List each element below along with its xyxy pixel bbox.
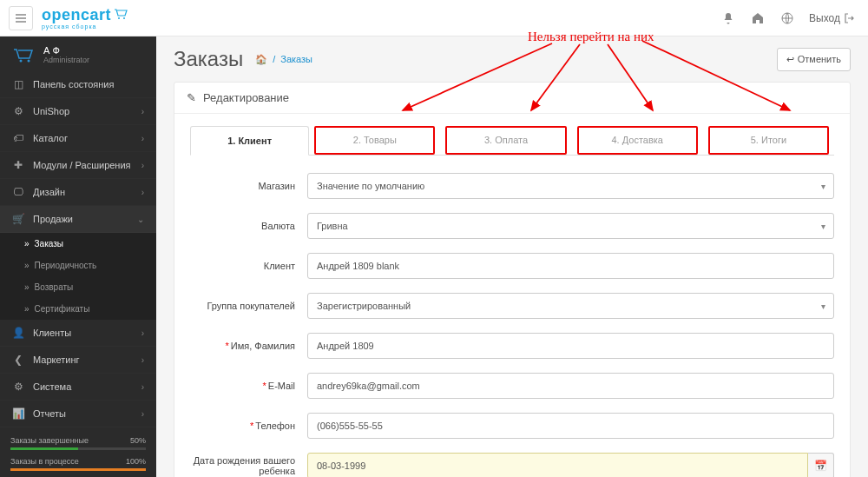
tab-products[interactable]: 2. Товары <box>314 126 435 155</box>
sidebar-item-returns[interactable]: Возвраты <box>0 276 156 298</box>
share-icon: ❮ <box>12 354 24 366</box>
reply-icon: ↩ <box>786 54 794 65</box>
sidebar-item-design[interactable]: 🖵Дизайн› <box>0 179 156 206</box>
svg-point-1 <box>123 17 125 19</box>
stat-processing-bar <box>10 468 146 471</box>
globe-icon[interactable] <box>774 5 800 31</box>
pencil-icon: ✎ <box>187 91 196 104</box>
sidebar-item-dashboard[interactable]: ◫Панель состояния <box>0 71 156 98</box>
group-label: Группа покупателей <box>190 301 307 311</box>
logo: opencart русская сборка <box>42 7 130 30</box>
gear-icon: ⚙ <box>12 105 24 117</box>
group-select[interactable]: Зарегистрированный <box>307 293 834 319</box>
profile-cart-icon <box>12 46 36 63</box>
birth-input[interactable] <box>307 453 808 477</box>
sidebar-item-modules[interactable]: ✚Модули / Расширения› <box>0 152 156 179</box>
currency-label: Валюта <box>190 221 307 231</box>
name-label: *Имя, Фамилия <box>190 341 307 351</box>
tag-icon: 🏷 <box>12 132 24 144</box>
logout-label: Выход <box>809 12 840 24</box>
sidebar-item-unishop[interactable]: ⚙UniShop› <box>0 98 156 125</box>
chevron-right-icon: › <box>141 188 144 197</box>
chevron-right-icon: › <box>141 328 144 338</box>
annotation-text: Нельзя перейти на них <box>528 30 654 44</box>
svg-point-3 <box>20 60 23 63</box>
panel-title: Редактирование <box>203 91 289 104</box>
page-title: Заказы <box>174 47 243 71</box>
stat-processing-label: Заказы в процессе <box>10 457 79 466</box>
cancel-button[interactable]: ↩Отменить <box>777 48 851 71</box>
breadcrumb-home-icon[interactable]: 🏠 <box>255 54 267 65</box>
menu-toggle-button[interactable] <box>9 6 33 30</box>
cart-icon: 🛒 <box>12 213 24 225</box>
logo-subtitle: русская сборка <box>42 23 130 30</box>
store-select[interactable]: Значение по умолчанию <box>307 173 834 199</box>
chevron-right-icon: › <box>141 161 144 170</box>
chevron-right-icon: › <box>141 409 144 419</box>
notifications-icon[interactable] <box>715 5 741 31</box>
chevron-right-icon: › <box>141 134 144 143</box>
sidebar-item-marketing[interactable]: ❮Маркетинг› <box>0 347 156 374</box>
svg-point-0 <box>118 17 120 19</box>
sidebar-item-orders[interactable]: Заказы <box>0 233 156 255</box>
chevron-down-icon: ⌄ <box>137 215 144 224</box>
currency-select[interactable]: Гривна <box>307 213 834 239</box>
name-input[interactable] <box>307 333 834 359</box>
tab-payment[interactable]: 3. Оплата <box>445 126 566 155</box>
svg-point-4 <box>28 60 30 63</box>
logo-text: opencart <box>42 7 130 23</box>
sidebar-item-sales[interactable]: 🛒Продажи⌄ <box>0 206 156 233</box>
client-input[interactable] <box>307 253 834 279</box>
desktop-icon: 🖵 <box>12 186 24 198</box>
client-label: Клиент <box>190 261 307 271</box>
tab-client[interactable]: 1. Клиент <box>190 126 309 156</box>
profile-name: А Ф <box>43 45 89 56</box>
logout-button[interactable]: Выход <box>804 12 859 24</box>
sidebar-item-clients[interactable]: 👤Клиенты› <box>0 320 156 347</box>
store-label: Магазин <box>190 181 307 191</box>
stat-processing-pct: 100% <box>126 457 146 466</box>
stat-completed-label: Заказы завершенные <box>10 436 89 445</box>
stat-completed-bar <box>10 447 146 450</box>
sidebar-item-certificates[interactable]: Сертификаты <box>0 298 156 320</box>
panel-header: ✎ Редактирование <box>174 83 850 114</box>
sidebar-item-catalog[interactable]: 🏷Каталог› <box>0 125 156 152</box>
profile-role: Administrator <box>43 56 89 64</box>
email-input[interactable] <box>307 373 834 399</box>
gear-icon: ⚙ <box>12 381 24 393</box>
tab-delivery[interactable]: 4. Доставка <box>577 126 698 155</box>
sidebar-item-system[interactable]: ⚙Система› <box>0 374 156 401</box>
tab-totals[interactable]: 5. Итоги <box>708 126 829 155</box>
sidebar-item-reports[interactable]: 📊Отчеты› <box>0 401 156 427</box>
chevron-right-icon: › <box>141 107 144 116</box>
email-label: *E-Mail <box>190 381 307 391</box>
chart-icon: 📊 <box>12 407 24 420</box>
sidebar-item-periodicity[interactable]: Периодичность <box>0 255 156 276</box>
user-icon: 👤 <box>12 327 24 339</box>
breadcrumb-orders[interactable]: Заказы <box>280 54 312 64</box>
stat-completed-pct: 50% <box>130 436 146 445</box>
phone-input[interactable] <box>307 413 834 439</box>
breadcrumb: 🏠 / Заказы <box>255 54 312 65</box>
home-icon[interactable] <box>745 5 771 31</box>
calendar-button[interactable]: 📅 <box>808 453 834 477</box>
chevron-right-icon: › <box>141 382 144 392</box>
puzzle-icon: ✚ <box>12 159 24 171</box>
phone-label: *Телефон <box>190 421 307 431</box>
calendar-icon: 📅 <box>814 460 827 472</box>
birth-label: Дата рождения вашего ребенка <box>190 455 307 476</box>
chevron-right-icon: › <box>141 355 144 365</box>
dashboard-icon: ◫ <box>12 78 24 90</box>
